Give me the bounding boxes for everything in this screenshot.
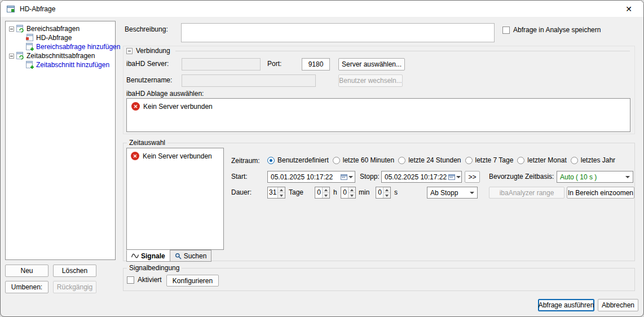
anchor-value: Ab Stopp [430, 189, 470, 197]
radio-label: letzte 60 Minuten [343, 156, 394, 164]
tree-item-label: HD-Abfrage [36, 34, 72, 42]
tree-item-label: Zeitabschnittsabfragen [27, 52, 95, 60]
hours-stepper[interactable]: 0 [315, 187, 330, 199]
radio-icon[interactable] [267, 157, 275, 164]
signalbedingung-group: Signalbedingung Aktiviert Konfigurieren [123, 268, 635, 291]
stopp-datetime-picker[interactable]: 05.02.2025 10:17:22 [381, 171, 462, 183]
tree-item-zeitabschnittsabfragen[interactable]: Zeitabschnittsabfragen [9, 51, 95, 60]
beschreibung-input[interactable] [181, 23, 495, 42]
anchor-dropdown[interactable]: Ab Stopp [427, 187, 478, 199]
add-query-icon [26, 43, 34, 51]
radio-icon[interactable] [517, 157, 524, 164]
checkbox-icon[interactable] [127, 276, 134, 284]
step-up-icon[interactable] [349, 187, 355, 193]
umbenennen-button[interactable]: Umbenen: [5, 281, 48, 293]
tab-suchen-label: Suchen [184, 252, 207, 260]
benutzername-input [182, 74, 316, 87]
radio-letztes-jahr[interactable]: letztes Jahr [571, 156, 615, 164]
radio-label: letztes Jahr [581, 156, 615, 164]
save-in-analysis-checkbox[interactable]: Abfrage in Analyse speichern [502, 26, 601, 34]
zeitauswahl-title: Zeitauswahl [127, 139, 167, 147]
stopp-label: Stopp: [360, 173, 380, 180]
collapse-icon[interactable] [9, 54, 14, 59]
benutzer-wechseln-button: Benutzer wechseln... [338, 74, 403, 87]
window-title: HD-Abfrage [20, 5, 55, 13]
seconds-stepper[interactable]: 0 [376, 187, 391, 199]
zeitraum-label: Zeitraum: [231, 157, 260, 165]
neu-button[interactable]: Neu [5, 265, 48, 277]
radio-icon[interactable] [333, 157, 340, 164]
radio-benutzerdefiniert[interactable]: Benutzerdefiniert [267, 156, 329, 164]
aktiviert-checkbox[interactable]: Aktiviert [127, 276, 162, 284]
seconds-value[interactable]: 0 [376, 187, 383, 198]
collapse-icon[interactable] [9, 27, 14, 32]
stopp-value: 05.02.2025 10:17:22 [385, 173, 447, 181]
loeschen-button[interactable]: Löschen [53, 265, 96, 277]
zeitbasis-label: Bevorzugte Zeitbasis: [489, 173, 554, 180]
start-value: 05.01.2025 10:17:22 [271, 173, 339, 181]
days-stepper[interactable]: 31 [267, 187, 285, 199]
step-down-icon[interactable] [323, 193, 329, 198]
konfigurieren-button[interactable]: Konfigurieren [166, 275, 219, 287]
port-input[interactable] [302, 58, 330, 71]
tree-item-zeitabschnitt-hinzufuegen[interactable]: Zeitabschnitt hinzufügen [26, 60, 109, 69]
hours-value[interactable]: 0 [315, 187, 322, 198]
tab-signale[interactable]: Signale [126, 250, 170, 262]
calendar-icon [448, 174, 455, 180]
radio-letzte-24-stunden[interactable]: letzte 24 Stunden [398, 156, 461, 164]
calendar-icon [341, 174, 347, 180]
step-up-icon[interactable] [278, 187, 285, 193]
aktiviert-label: Aktiviert [138, 276, 162, 284]
radio-icon[interactable] [465, 157, 473, 164]
minutes-value[interactable]: 0 [341, 187, 348, 198]
checkbox-icon[interactable] [502, 27, 510, 34]
tree-item-bereichsabfragen[interactable]: Bereichsabfragen [9, 24, 80, 33]
shift-range-button[interactable]: >> [465, 171, 480, 183]
radio-letzte-7-tage[interactable]: letzte 7 Tage [465, 156, 514, 164]
in-bereich-einzoomen-button[interactable]: In Bereich einzoomen [567, 187, 634, 199]
benutzername-label: Benutzername: [126, 76, 172, 84]
start-datetime-picker[interactable]: 05.01.2025 10:17:22 [267, 171, 355, 183]
radio-letzte-60-minuten[interactable]: letzte 60 Minuten [333, 156, 394, 164]
calendar-dropdown-button[interactable] [339, 174, 353, 180]
query-tree[interactable]: Bereichsabfragen HD-Abfrage [5, 21, 116, 260]
tree-item-label: Zeitabschnitt hinzufügen [36, 61, 109, 69]
radio-icon[interactable] [398, 157, 405, 164]
tree-item-bereichsabfrage-hinzufuegen[interactable]: Bereichsabfrage hinzufügen [26, 42, 120, 51]
zeitauswahl-group: Zeitauswahl ✕ Kein Server verbunden Sign… [123, 143, 635, 261]
days-value[interactable]: 31 [268, 187, 277, 198]
save-in-analysis-label: Abfrage in Analyse speichern [513, 26, 601, 34]
step-up-icon[interactable] [323, 187, 329, 193]
step-up-icon[interactable] [383, 187, 390, 193]
step-down-icon[interactable] [349, 193, 355, 198]
chevron-down-icon [349, 176, 353, 178]
radio-icon[interactable] [571, 157, 578, 164]
radio-label: letzter Monat [527, 156, 566, 164]
port-label: Port: [267, 60, 281, 68]
close-icon[interactable]: ✕ [620, 1, 638, 17]
titlebar[interactable]: HD-Abfrage ✕ [1, 1, 643, 17]
group-divider [175, 51, 630, 51]
server-auswaehlen-button[interactable]: Server auswählen... [338, 58, 405, 71]
minutes-stepper[interactable]: 0 [341, 187, 356, 199]
tree-item-label: Bereichsabfrage hinzufügen [36, 43, 120, 51]
tree-item-hd-abfrage[interactable]: HD-Abfrage [26, 33, 72, 42]
days-unit-label: Tage [289, 188, 303, 196]
ablage-listbox[interactable]: ✕ Kein Server verbunden [126, 98, 630, 132]
step-down-icon[interactable] [383, 193, 390, 198]
beschreibung-label: Beschreibung: [125, 25, 168, 33]
abfrage-ausfuehren-button[interactable]: Abfrage ausführen [538, 299, 594, 311]
step-down-icon[interactable] [278, 193, 285, 198]
zeitbasis-dropdown[interactable]: Auto ( 10 s ) [557, 171, 633, 183]
tab-suchen[interactable]: Suchen [170, 250, 212, 262]
hd-abfrage-dialog: HD-Abfrage ✕ Bereichsabfragen [0, 0, 644, 317]
signalbedingung-title: Signalbedingung [127, 264, 182, 272]
radio-letzter-monat[interactable]: letzter Monat [517, 156, 566, 164]
signal-tree-panel[interactable]: ✕ Kein Server verbunden [126, 148, 224, 250]
add-query-icon [26, 61, 34, 69]
abbrechen-button[interactable]: Abbrechen [598, 299, 638, 311]
query-icon [26, 34, 34, 42]
collapse-verbindung-icon[interactable] [126, 48, 133, 54]
calendar-dropdown-button[interactable] [447, 174, 461, 180]
verbindung-group: Verbindung ibaHD Server: Port: Server au… [123, 46, 635, 134]
